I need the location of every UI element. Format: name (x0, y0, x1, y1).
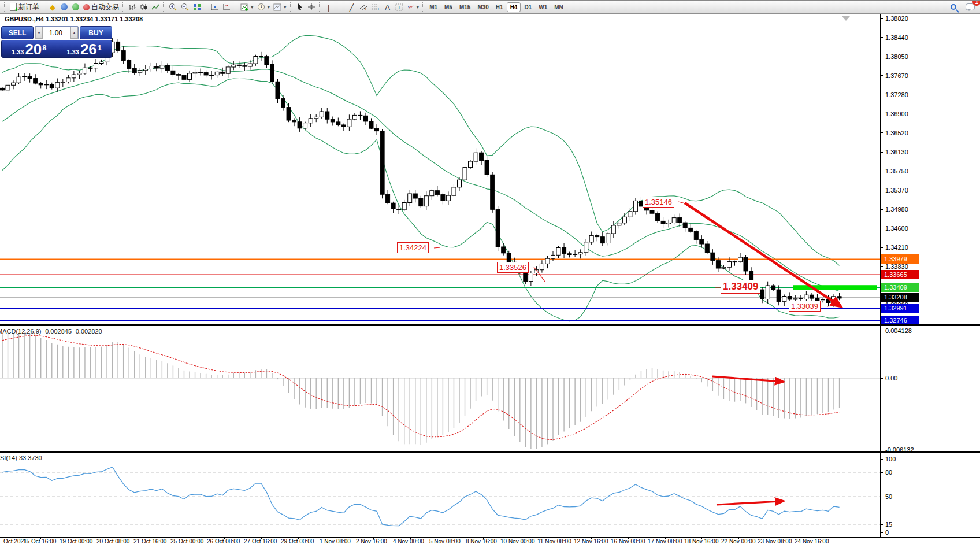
signals-button[interactable] (70, 1, 81, 13)
price-tick-mark (880, 209, 883, 210)
cursor-tool-button[interactable] (294, 1, 306, 13)
timeframe-m5[interactable]: M5 (441, 3, 455, 12)
candlestick-chart[interactable] (0, 14, 880, 324)
line-chart-mode-button[interactable] (150, 1, 161, 13)
indicators-menu-button[interactable] (239, 1, 255, 13)
volume-increase-button[interactable]: ▲ (70, 27, 78, 39)
price-tick-mark (880, 18, 883, 19)
timeframe-w1[interactable]: W1 (536, 3, 550, 12)
time-axis-label: 1 Nov 08:00 (320, 538, 351, 544)
toolbar-grip[interactable] (290, 2, 292, 12)
price-annotation[interactable]: 1.35146 (643, 197, 674, 208)
price-tick-mark (880, 37, 883, 38)
price-annotation[interactable]: 1.33039 (789, 301, 821, 312)
periods-menu-button[interactable] (255, 1, 272, 13)
horizontal-line-tool[interactable]: — (335, 1, 346, 13)
toolbar-grip[interactable] (422, 2, 425, 12)
fibonacci-tool[interactable]: F (370, 1, 382, 13)
toolbar-grip[interactable] (122, 2, 125, 12)
sell-price[interactable]: 1.33 20 8 (2, 40, 57, 57)
pane-separator[interactable] (0, 324, 980, 326)
toolbar-grip[interactable] (43, 2, 45, 12)
price-level-chip: 1.33979 (881, 254, 919, 264)
price-tick-mark (880, 114, 883, 114)
rsi-tick-label: 80 (885, 469, 892, 476)
rsi-chart[interactable] (0, 453, 880, 537)
price-tick-mark (880, 266, 883, 267)
rsi-tick-mark (880, 524, 883, 525)
toolbar-grip[interactable] (235, 2, 237, 12)
price-tick-mark (880, 95, 883, 95)
volume-value[interactable]: 1.00 (43, 27, 70, 39)
channel-tool[interactable]: E (358, 1, 370, 13)
price-tick-mark (880, 75, 883, 76)
bollinger-bands (2, 36, 840, 321)
time-axis-label: 25 Oct 00:00 (170, 538, 203, 544)
timeframe-m30[interactable]: M30 (474, 3, 491, 12)
price-tick-label: 1.33830 (885, 263, 908, 270)
buy-price-big: 26 (80, 42, 97, 56)
toolbar-grip[interactable] (319, 2, 321, 12)
text-tool[interactable]: A (382, 1, 394, 13)
timeframe-bar: M1M5M15M30H1H4D1W1MN (426, 3, 566, 12)
cursor-icon (296, 3, 303, 11)
price-annotation[interactable]: 1.33409 (721, 280, 760, 294)
macd-chart[interactable] (0, 326, 880, 451)
bar-chart-mode-button[interactable] (127, 1, 138, 13)
vertical-line-tool[interactable]: | (323, 1, 335, 13)
price-annotation[interactable]: 1.33526 (497, 262, 529, 273)
price-tick-mark (880, 190, 883, 190)
trendline-tool[interactable]: ╱ (346, 1, 358, 13)
price-annotation[interactable]: 1.34224 (397, 242, 429, 253)
buy-price[interactable]: 1.33 26 1 (57, 40, 112, 57)
autotrading-button[interactable]: 自动交易 (81, 1, 121, 13)
price-scale[interactable]: 1.388201.384401.380501.376701.372801.369… (880, 1, 980, 544)
time-axis[interactable]: Oct 202115 Oct 16:0019 Oct 00:0020 Oct 0… (0, 538, 980, 544)
tile-windows-button[interactable] (191, 1, 203, 13)
buy-price-sup: 1 (98, 40, 102, 55)
timeframe-m15[interactable]: M15 (456, 3, 473, 12)
chart-shift-button[interactable] (221, 1, 233, 13)
crosshair-tool-button[interactable] (306, 1, 317, 13)
pane-separator[interactable] (0, 451, 980, 453)
time-axis-label: 10 Nov 00:00 (500, 538, 535, 544)
time-axis-label: 26 Oct 08:00 (207, 538, 240, 544)
macd-annotation-arrow[interactable] (712, 376, 781, 382)
candle-chart-mode-button[interactable] (138, 1, 150, 13)
market-button[interactable] (58, 1, 70, 13)
templates-menu-button[interactable] (272, 1, 288, 13)
new-order-label: 新订单 (18, 2, 39, 12)
zoom-in-button[interactable] (167, 1, 179, 13)
metaeditor-button[interactable]: ◆ (47, 1, 58, 13)
rsi-annotation-arrow[interactable] (717, 501, 781, 505)
new-order-button[interactable]: 新订单 (8, 1, 41, 13)
volume-decrease-button[interactable]: ▼ (35, 27, 43, 39)
buy-button[interactable]: BUY (80, 26, 112, 39)
timeframe-h4[interactable]: H4 (507, 3, 521, 12)
rsi-tick-mark (880, 459, 883, 460)
rsi-tick-label: 50 (885, 493, 892, 500)
arrows-tool[interactable] (405, 1, 421, 13)
text-label-tool[interactable]: T (394, 1, 405, 13)
auto-scroll-button[interactable] (209, 1, 221, 13)
support-level-bar[interactable] (793, 285, 877, 290)
price-tick-mark (880, 57, 883, 57)
zoom-out-icon (181, 3, 190, 11)
timeframe-mn[interactable]: MN (551, 3, 566, 12)
timeframe-m1[interactable]: M1 (426, 3, 440, 12)
chart-shift-marker[interactable] (842, 16, 850, 21)
price-tick-label: 1.36900 (885, 110, 908, 117)
sell-button[interactable]: SELL (1, 26, 34, 39)
toolbar-grip[interactable] (4, 2, 6, 12)
toolbar-grip[interactable] (205, 2, 207, 12)
text-label-icon: T (395, 3, 403, 11)
time-axis-label: 4 Nov 00:00 (393, 538, 424, 544)
price-tick-label: 1.34980 (885, 206, 908, 213)
price-level-chip: 1.32991 (881, 304, 919, 313)
macd-label: MACD(12,26,9) -0.002845 -0.002820 (0, 328, 102, 335)
timeframe-h1[interactable]: H1 (493, 3, 506, 12)
timeframe-d1[interactable]: D1 (521, 3, 534, 12)
crosshair-icon (307, 3, 315, 11)
toolbar-grip[interactable] (163, 2, 165, 12)
zoom-out-button[interactable] (179, 1, 191, 13)
